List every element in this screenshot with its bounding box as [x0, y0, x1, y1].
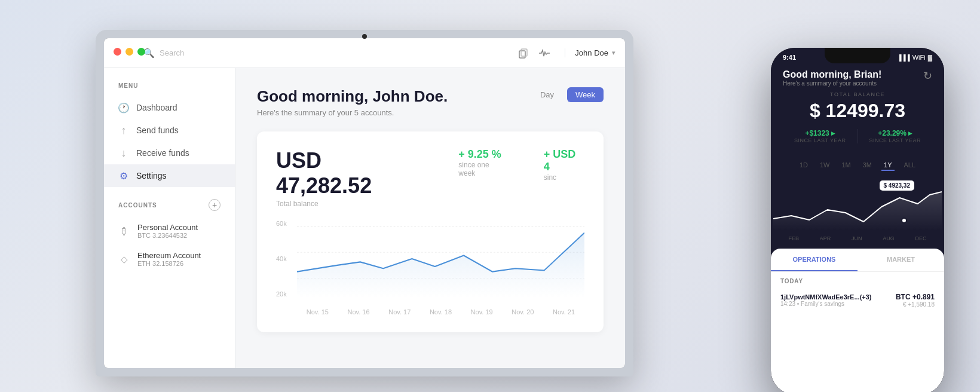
phone-tx-meta: 14:23 • Family's savings	[780, 301, 872, 307]
phone-body: 9:41 ▐▐▐ WiFi ▓ Good morning, Brian! Her…	[771, 48, 944, 392]
sidebar-item-label-settings: Settings	[136, 171, 167, 180]
chart-y-40k: 40k	[276, 255, 287, 262]
sidebar-item-receive[interactable]: ↓ Receive funds	[104, 142, 235, 164]
phone-screen: 9:41 ▐▐▐ WiFi ▓ Good morning, Brian! Her…	[771, 48, 944, 392]
svg-rect-1	[521, 49, 527, 56]
phone-stat-value-0: +$1323 ▸	[789, 129, 852, 137]
period-1y[interactable]: 1Y	[881, 160, 894, 171]
accounts-header: ACCOUNTS +	[104, 199, 235, 211]
phone-period-row: 1D 1W 1M 3M 1Y ALL	[771, 160, 944, 171]
period-1m[interactable]: 1M	[839, 160, 853, 171]
search-bar[interactable]: 🔍 Search	[143, 48, 517, 59]
sidebar-item-settings[interactable]: ⚙ Settings	[104, 164, 235, 187]
phone-notch	[825, 48, 890, 63]
chart-x-aug: AUG	[883, 235, 895, 241]
chart-y-60k: 60k	[276, 220, 287, 227]
tab-operations[interactable]: OPERATIONS	[771, 249, 858, 271]
chart-x-labels: Nov. 15 Nov. 16 Nov. 17 Nov. 18 Nov. 19 …	[297, 308, 584, 316]
account-info-personal: Personal Account BTC 3.23644532	[137, 223, 198, 239]
chart-x-dec: DEC	[915, 235, 927, 241]
phone-today-label: TODAY	[771, 272, 944, 288]
laptop: 🔍 Search	[96, 30, 657, 388]
user-menu[interactable]: John Doe ▾	[565, 48, 615, 57]
traffic-lights	[114, 48, 145, 56]
phone-chart-area: $ 4923,32 FEB APR JUN AUG DEC	[771, 177, 944, 249]
phone-tx-addr: 1jLVpwtNMfXWadEe3rE...(+3)	[780, 293, 872, 301]
phone: 9:41 ▐▐▐ WiFi ▓ Good morning, Brian! Her…	[771, 48, 944, 392]
menu-label: MENU	[104, 82, 235, 89]
battery-icon: ▓	[928, 54, 932, 61]
plus-icon: +	[212, 200, 217, 210]
copy-icon[interactable]	[517, 47, 529, 59]
account-item-ethereum[interactable]: ◇ Ethereum Account ETH 32.158726	[104, 245, 235, 273]
add-account-button[interactable]: +	[209, 199, 220, 211]
phone-stat-0: +$1323 ▸ SINCE LAST YEAR	[783, 129, 858, 143]
camera	[362, 34, 367, 39]
dashboard-icon: 🕐	[118, 102, 129, 113]
stats-balance-section: USD 47,282.52 Total balance	[276, 148, 422, 208]
phone-stat-value-1: +23.29% ▸	[864, 129, 927, 137]
user-name: John Doe	[575, 48, 608, 57]
personal-account-name: Personal Account	[137, 223, 198, 232]
period-week-button[interactable]: Week	[567, 87, 604, 102]
close-button[interactable]	[114, 48, 121, 56]
ethereum-icon: ◇	[118, 253, 130, 265]
screen-bezel: 🔍 Search	[104, 38, 625, 368]
phone-tx-eur: € +1,590.18	[896, 301, 935, 308]
chart-y-labels: 60k 40k 20k	[276, 220, 287, 298]
activity-icon[interactable]	[538, 47, 550, 59]
phone-tx-amount: BTC +0.891	[896, 293, 935, 301]
chart-area: 60k 40k 20k	[276, 220, 584, 316]
main-content: MENU 🕐 Dashboard ↑ Send funds ↓ Receive …	[104, 68, 625, 368]
period-all[interactable]: ALL	[902, 160, 918, 171]
period-1d[interactable]: 1D	[797, 160, 810, 171]
period-selector: Day Week	[532, 87, 604, 102]
change-abs-label: sinc	[544, 173, 584, 182]
chart-x-apr: APR	[820, 235, 831, 241]
total-balance-label: Total balance	[276, 200, 422, 208]
personal-account-sub: BTC 3.23644532	[137, 232, 198, 239]
change-pct-label: since one week	[458, 161, 507, 177]
period-day-button[interactable]: Day	[532, 87, 562, 102]
send-icon: ↑	[118, 125, 129, 136]
phone-tx-right: BTC +0.891 € +1,590.18	[896, 293, 935, 308]
phone-balance-amount: $ 12499.73	[783, 100, 932, 122]
phone-stats-row: +$1323 ▸ SINCE LAST YEAR +23.29% ▸ SINCE…	[783, 129, 932, 143]
phone-tx-item[interactable]: 1jLVpwtNMfXWadEe3rE...(+3) 14:23 • Famil…	[771, 288, 944, 313]
laptop-body: 🔍 Search	[96, 30, 633, 376]
phone-stat-label-1: SINCE LAST YEAR	[864, 137, 927, 143]
period-3m[interactable]: 3M	[860, 160, 874, 171]
phone-greeting-group: Good morning, Brian! Here's a summary of…	[783, 69, 881, 87]
phone-greeting: Good morning, Brian!	[783, 69, 881, 80]
phone-chart-tooltip: $ 4923,32	[880, 180, 915, 191]
dashboard-subtitle: Here's the summary of your 5 accounts.	[257, 108, 448, 117]
phone-balance-label: TOTAL BALANCE	[783, 91, 932, 97]
chart-x-nov21: Nov. 21	[553, 308, 575, 316]
signal-icon: ▐▐▐	[897, 54, 909, 61]
svg-marker-5	[297, 233, 584, 298]
chart-x-jun: JUN	[852, 235, 862, 241]
chart-x-nov17: Nov. 17	[388, 308, 411, 316]
sidebar-item-label-send: Send funds	[136, 125, 179, 135]
sidebar-item-dashboard[interactable]: 🕐 Dashboard	[104, 96, 235, 119]
maximize-button[interactable]	[137, 48, 145, 56]
dashboard-header: Good morning, John Doe. Here's the summa…	[257, 87, 448, 117]
phone-tabs: OPERATIONS MARKET	[771, 249, 944, 272]
period-1w[interactable]: 1W	[817, 160, 832, 171]
stats-card: USD 47,282.52 Total balance + 9.25 % sin…	[257, 131, 604, 332]
tab-market[interactable]: MARKET	[858, 249, 944, 271]
receive-icon: ↓	[118, 148, 129, 158]
refresh-icon[interactable]: ↻	[923, 69, 932, 82]
sidebar-item-label-receive: Receive funds	[136, 148, 189, 158]
accounts-label: ACCOUNTS	[118, 202, 157, 209]
sidebar-item-send[interactable]: ↑ Send funds	[104, 119, 235, 142]
settings-icon: ⚙	[118, 170, 129, 181]
stats-row: USD 47,282.52 Total balance + 9.25 % sin…	[276, 148, 584, 208]
account-item-personal[interactable]: ₿ Personal Account BTC 3.23644532	[104, 217, 235, 245]
chart-svg-wrap	[297, 220, 584, 298]
minimize-button[interactable]	[125, 48, 133, 56]
chart-x-nov19: Nov. 19	[471, 308, 493, 316]
ethereum-account-name: Ethereum Account	[137, 251, 201, 260]
phone-header-top: Good morning, Brian! Here's a summary of…	[783, 69, 932, 87]
chart-x-nov16: Nov. 16	[348, 308, 370, 316]
